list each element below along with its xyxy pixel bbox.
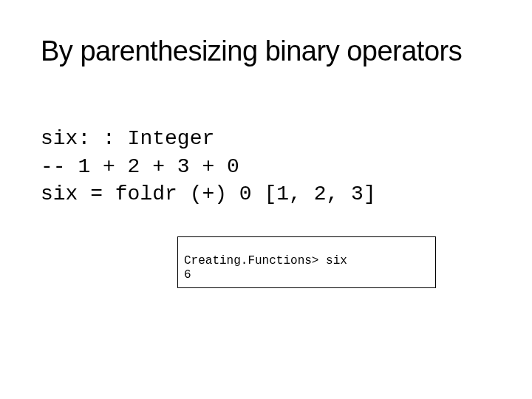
code-line-2: -- 1 + 2 + 3 + 0 xyxy=(41,155,239,178)
code-line-3-mid: 0 xyxy=(227,183,264,205)
terminal-output-box: Creating.Functions> six 6 xyxy=(177,236,436,288)
slide: By parenthesizing binary operators six: … xyxy=(0,0,532,208)
code-block: six: : Integer -- 1 + 2 + 3 + 0 six = fo… xyxy=(41,97,499,208)
code-line-1: six: : Integer xyxy=(41,127,214,150)
code-line-3-prefix: six = foldr xyxy=(41,183,190,205)
terminal-result-line: 6 xyxy=(184,268,191,282)
slide-title: By parenthesizing binary operators xyxy=(41,35,499,67)
code-list-literal: [1, 2, 3] xyxy=(264,183,375,205)
terminal-prompt-line: Creating.Functions> six xyxy=(184,254,347,267)
code-operator-paren: (+) xyxy=(190,183,227,205)
